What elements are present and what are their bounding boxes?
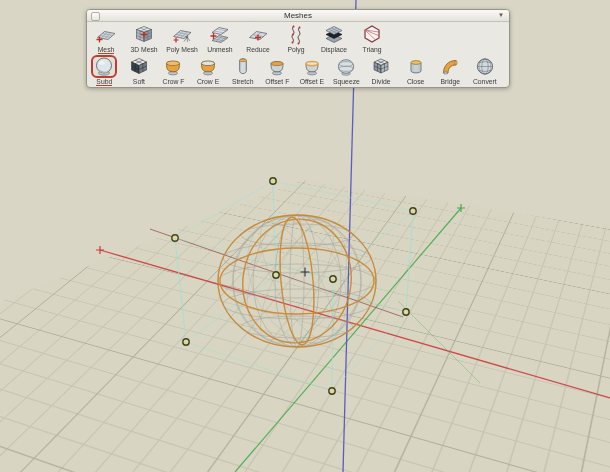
tool-label: Polyg — [287, 46, 304, 53]
cage-faces — [175, 181, 413, 391]
reduce-icon — [247, 24, 269, 46]
tool-label: Triang — [362, 46, 381, 53]
tool-label: Stretch — [232, 78, 254, 85]
red-axis — [100, 250, 610, 398]
close-button[interactable] — [91, 12, 100, 21]
displace-icon — [323, 24, 345, 46]
tool-offset-f[interactable]: Offset F — [260, 55, 295, 85]
control-point-handle[interactable] — [330, 276, 336, 282]
tool-soft[interactable]: Soft — [122, 55, 157, 85]
tool-label: Divide — [372, 78, 391, 85]
tool-mesh[interactable]: Mesh — [87, 23, 125, 54]
tool-label: Mesh — [98, 46, 115, 54]
tool-crow-f[interactable]: Crow F — [156, 55, 191, 85]
sphere-icon — [93, 56, 115, 78]
tool-label: Squeeze — [333, 78, 360, 85]
tool-crow-e[interactable]: Crow E — [191, 55, 226, 85]
tool-label: Bridge — [440, 78, 460, 85]
control-point-handle[interactable] — [270, 178, 276, 184]
tool-close[interactable]: Close — [398, 55, 433, 85]
cube-icon — [128, 56, 150, 78]
control-point-handle[interactable] — [172, 235, 178, 241]
elbow-icon — [439, 56, 461, 78]
tool-label: Unmesh — [207, 46, 232, 53]
cylinder-icon — [405, 56, 427, 78]
tool-displace[interactable]: Displace — [315, 23, 353, 53]
collapse-triangle-icon[interactable]: ▼ — [498, 10, 504, 21]
palette-titlebar[interactable]: Meshes ▼ — [87, 10, 509, 22]
tool-subd[interactable]: Subd — [87, 55, 122, 86]
poly-mesh-icon — [171, 24, 193, 46]
cage-vertical-edges — [175, 181, 413, 391]
tool-offset-e[interactable]: Offset E — [295, 55, 330, 85]
tool-reduce[interactable]: Reduce — [239, 23, 277, 53]
green-axis-faint-segment — [398, 301, 480, 383]
barrel-edge-icon — [197, 56, 219, 78]
tool-divide[interactable]: Divide — [364, 55, 399, 85]
tool-row-2: Subd Soft Crow F Crow E — [87, 55, 509, 87]
tool-label: 3D Mesh — [130, 46, 157, 53]
polyline-icon — [285, 24, 307, 46]
tool-label: Reduce — [246, 46, 269, 53]
control-points — [172, 178, 416, 394]
control-point-handle[interactable] — [273, 272, 279, 278]
mesh-plane-icon — [95, 24, 117, 46]
tool-label: Crow F — [163, 78, 185, 85]
triangulate-icon — [361, 24, 383, 46]
meshes-palette: Meshes ▼ Mesh 3D Mesh Poly — [86, 9, 510, 88]
tool-label: Displace — [321, 46, 347, 53]
barrel-face-icon — [162, 56, 184, 78]
selection-cage — [175, 181, 413, 391]
sphere-band-icon — [335, 56, 357, 78]
tool-3d-mesh[interactable]: 3D Mesh — [125, 23, 163, 53]
tool-label: Offset E — [300, 78, 324, 85]
sphere-grid-icon — [474, 56, 496, 78]
control-point-handle[interactable] — [410, 208, 416, 214]
tool-label: Convert — [473, 78, 497, 85]
tool-label: Subd — [96, 78, 112, 86]
tool-triang[interactable]: Triang — [353, 23, 391, 53]
palette-title: Meshes — [284, 11, 312, 20]
tool-label: Crow E — [197, 78, 219, 85]
cube-divided-icon — [370, 56, 392, 78]
tool-squeeze[interactable]: Squeeze — [329, 55, 364, 85]
unmesh-icon — [209, 24, 231, 46]
red-axis-end-cross — [96, 246, 104, 254]
control-point-handle[interactable] — [403, 309, 409, 315]
tool-convert[interactable]: Convert — [468, 55, 503, 85]
tool-stretch[interactable]: Stretch — [225, 55, 260, 85]
tool-label: Poly Mesh — [166, 46, 198, 53]
tool-unmesh[interactable]: Unmesh — [201, 23, 239, 53]
pot-rim-icon — [301, 56, 323, 78]
tool-label: Offset F — [265, 78, 289, 85]
capsule-icon — [232, 56, 254, 78]
tool-label: Close — [407, 78, 424, 85]
tool-poly-mesh[interactable]: Poly Mesh — [163, 23, 201, 53]
tool-label: Soft — [133, 78, 145, 85]
mesh-cube-icon — [133, 24, 155, 46]
control-point-handle[interactable] — [329, 388, 335, 394]
tool-cursor-crosshair — [301, 268, 310, 277]
tool-bridge[interactable]: Bridge — [433, 55, 468, 85]
pot-top-icon — [266, 56, 288, 78]
tool-polyg[interactable]: Polyg — [277, 23, 315, 53]
tool-row-1: Mesh 3D Mesh Poly Mesh Unmesh — [87, 22, 509, 55]
control-point-handle[interactable] — [183, 339, 189, 345]
